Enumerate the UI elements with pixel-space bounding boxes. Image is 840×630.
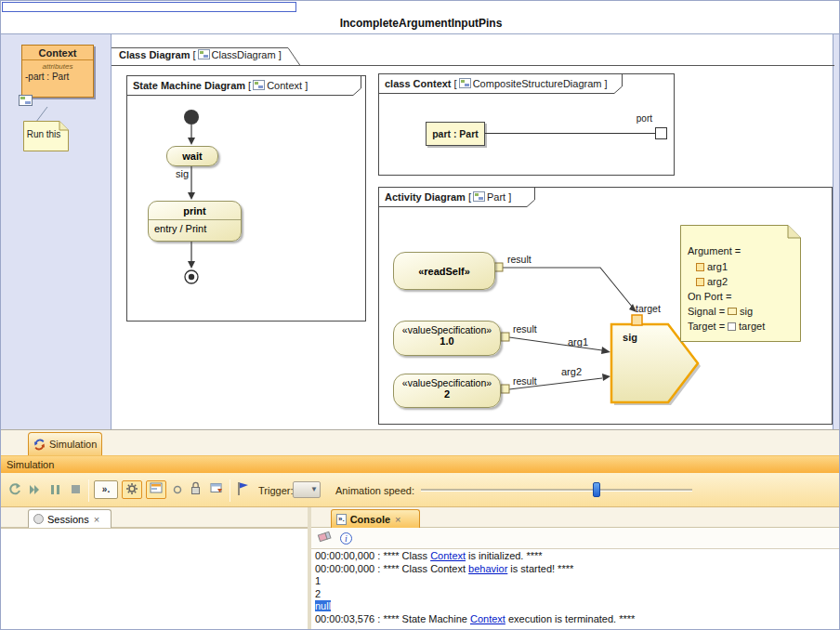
selected-text: null: [315, 600, 331, 611]
settings-button[interactable]: [122, 480, 142, 499]
state-machine-frame[interactable]: State Machine Diagram [Context ] wait si…: [126, 75, 366, 322]
console-line: 2: [311, 588, 840, 601]
tab-label: Sessions: [47, 514, 89, 525]
classdiagram-icon: [198, 49, 210, 59]
wait-state[interactable]: wait: [166, 146, 218, 166]
note-text: target: [739, 321, 765, 332]
pin-icon: [696, 278, 704, 286]
trigger-flag-icon[interactable]: [235, 480, 252, 497]
clear-console-button[interactable]: [317, 530, 333, 547]
bracket: ]: [279, 49, 282, 60]
simulation-toolbar: ». Trigge: [1, 473, 840, 507]
port-square[interactable]: [655, 127, 667, 139]
trigger-dropdown[interactable]: ▼: [293, 481, 321, 498]
header-label: Simulation: [7, 456, 54, 474]
terminate-button[interactable]: [68, 481, 85, 498]
class-attribute: -part : Part: [22, 72, 93, 82]
target-pin-label: target: [636, 303, 661, 314]
value-spec-action-2[interactable]: «valueSpecification» 2: [393, 374, 501, 408]
result-pin[interactable]: [501, 385, 509, 393]
tab-simulation[interactable]: Simulation: [28, 432, 102, 455]
window-top-strip: [1, 1, 840, 13]
note-text: arg2: [707, 276, 728, 287]
animation-speed-slider[interactable]: [421, 481, 692, 498]
diagram-name: CompositeStructureDiagram: [473, 78, 602, 89]
capture-diagram-button[interactable]: [209, 481, 226, 498]
part-property-box[interactable]: part : Part: [426, 122, 485, 146]
sessions-panel-body[interactable]: [1, 528, 308, 630]
class-diagram-tab[interactable]: Class Diagram [ClassDiagram ]: [119, 49, 282, 60]
console-line: 00:00:03,576 : **** State Machine Contex…: [311, 613, 840, 626]
simulation-header: Simulation: [1, 455, 840, 473]
attributes-compartment-label: attributes: [22, 61, 93, 71]
activity-frame[interactable]: Activity Diagram [Part ]: [378, 187, 833, 425]
print-state[interactable]: print entry / Print: [148, 201, 242, 242]
note-line: Target = target: [688, 321, 765, 332]
composite-structure-frame[interactable]: class Context [CompositeStructureDiagram…: [378, 73, 675, 176]
close-icon[interactable]: ×: [395, 514, 400, 525]
app-window: IncompleteArgumentInputPins Context attr…: [0, 0, 840, 630]
diagram-tab-strip[interactable]: [2, 2, 296, 12]
close-icon[interactable]: ×: [94, 514, 99, 525]
stereotype-label: «valueSpecification»: [394, 324, 500, 335]
step-button[interactable]: ».: [94, 480, 118, 499]
tab-sessions[interactable]: Sessions ×: [28, 509, 112, 528]
info-icon[interactable]: i: [340, 532, 352, 545]
note-text: sig: [740, 306, 753, 317]
frame-kind: class: [385, 78, 411, 89]
pin-icon: [728, 322, 736, 331]
pin-icon: [696, 263, 704, 271]
bracket: [: [193, 49, 196, 60]
note-line: arg2: [696, 276, 728, 287]
run-this-note[interactable]: Run this: [23, 121, 69, 151]
console-link[interactable]: behavior: [468, 563, 507, 574]
diagram-side-area-right: [833, 34, 840, 429]
initial-node[interactable]: [184, 110, 199, 125]
tab-label: Console: [350, 514, 390, 525]
bracket: [: [454, 78, 457, 89]
state-entry-activity: entry / Print: [149, 220, 241, 234]
note-text: On Port =: [688, 291, 731, 302]
composite-frame-title: class Context [CompositeStructureDiagram…: [385, 78, 608, 89]
port-connector-line: [485, 133, 655, 134]
note-text: Run this: [23, 129, 64, 139]
context-class-box[interactable]: Context attributes -part : Part: [21, 45, 94, 98]
signal-icon: [728, 308, 737, 315]
console-icon: ».: [336, 514, 347, 525]
pause-button[interactable]: [47, 481, 64, 498]
note-text: Signal =: [688, 306, 725, 317]
target-pin[interactable]: [632, 315, 642, 325]
note-line: arg1: [696, 261, 728, 272]
resume-button[interactable]: [27, 481, 44, 498]
console-link[interactable]: Context: [470, 613, 505, 624]
owned-diagram-icon[interactable]: [19, 95, 33, 106]
console-output[interactable]: 00:00:00,000 : **** Class Context is ini…: [311, 549, 840, 630]
readself-action[interactable]: «readSelf»: [393, 252, 495, 290]
value-label: 1.0: [394, 335, 500, 347]
state-machine-connectors: [127, 76, 365, 321]
slider-handle[interactable]: [593, 482, 600, 497]
transition-label: sig: [163, 168, 189, 179]
result-pin[interactable]: [501, 333, 509, 341]
result-pin[interactable]: [494, 263, 503, 271]
animation-icon: [149, 481, 164, 494]
trigger-label: Trigger:: [258, 485, 294, 496]
arg2-label: arg2: [561, 366, 582, 377]
toolbar-separator: [88, 479, 89, 502]
breakpoint-icon[interactable]: [170, 481, 187, 498]
note-line: Signal = sig: [688, 306, 753, 317]
value-label: 2: [394, 388, 500, 400]
restart-button[interactable]: [7, 481, 23, 498]
tab-console[interactable]: ». Console ×: [331, 509, 420, 528]
bracket: ]: [605, 78, 608, 89]
animation-toggle-button[interactable]: [146, 480, 166, 499]
class-name: Context: [22, 46, 93, 60]
tab-label: Simulation: [49, 439, 97, 450]
stereotype-label: «valueSpecification»: [394, 377, 500, 388]
lock-button[interactable]: [189, 480, 205, 497]
animation-speed-label: Animation speed:: [335, 485, 414, 496]
signal-name: sig: [611, 332, 649, 343]
result-pin-label: result: [513, 323, 537, 335]
value-spec-action-1[interactable]: «valueSpecification» 1.0: [393, 321, 501, 356]
console-link[interactable]: Context: [430, 550, 466, 561]
